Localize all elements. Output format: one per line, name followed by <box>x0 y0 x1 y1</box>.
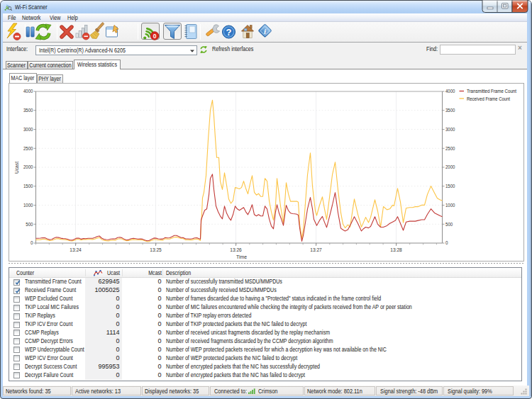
svg-text:3500: 3500 <box>445 108 455 113</box>
svg-text:1500: 1500 <box>23 184 33 189</box>
svg-text:Received Frame Count: Received Frame Count <box>467 96 510 101</box>
svg-text:500: 500 <box>26 221 33 226</box>
svg-text:13:28: 13:28 <box>390 247 402 252</box>
svg-text:?: ? <box>226 27 232 38</box>
svg-text:13:24: 13:24 <box>70 247 82 252</box>
svg-text:4000: 4000 <box>445 89 455 94</box>
svg-text:13:25: 13:25 <box>150 247 162 252</box>
svg-text:2500: 2500 <box>445 145 455 150</box>
svg-text:0: 0 <box>445 240 448 245</box>
svg-text:3000: 3000 <box>445 126 455 131</box>
svg-text:Transmitted Frame Count: Transmitted Frame Count <box>467 89 516 94</box>
svg-text:1500: 1500 <box>445 184 455 189</box>
svg-text:0: 0 <box>153 33 157 40</box>
svg-text:2500: 2500 <box>23 145 33 150</box>
svg-text:0: 0 <box>31 240 33 245</box>
svg-text:13:26: 13:26 <box>230 247 242 252</box>
svg-text:3500: 3500 <box>23 108 33 113</box>
svg-text:1000: 1000 <box>23 202 33 207</box>
svg-text:4000: 4000 <box>23 89 33 94</box>
svg-text:13:27: 13:27 <box>310 247 322 252</box>
svg-text:Time: Time <box>236 254 247 259</box>
svg-text:2000: 2000 <box>23 164 33 169</box>
svg-text:2000: 2000 <box>445 164 455 169</box>
svg-text:Ucast: Ucast <box>13 161 18 173</box>
svg-text:500: 500 <box>445 221 453 226</box>
svg-text:3000: 3000 <box>23 126 33 131</box>
svg-text:1000: 1000 <box>445 202 455 207</box>
